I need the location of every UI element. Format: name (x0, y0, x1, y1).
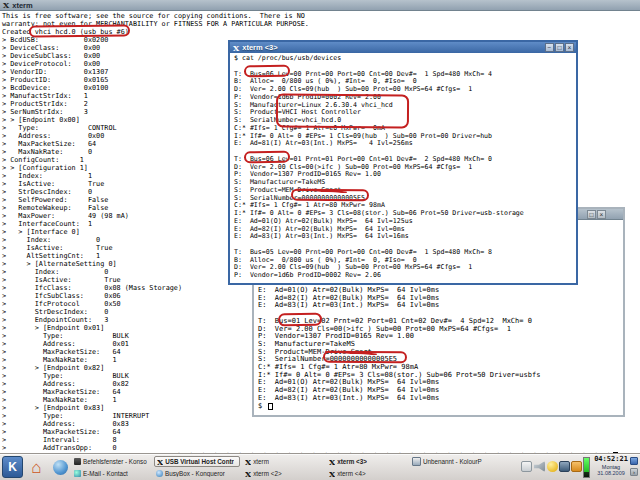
xterm-logo-icon: X (245, 458, 251, 465)
konqueror-icon (156, 470, 163, 477)
kontact-icon (74, 470, 81, 477)
task-button-konsole[interactable]: Befehlsfenster - Konso (72, 456, 152, 467)
xterm-3-output: $ cat /proc/bus/usb/devices T: Bus=06 Le… (234, 55, 524, 280)
home-icon: ⌂ (31, 459, 41, 476)
klipper-tray-icon[interactable] (521, 461, 532, 472)
xterm-main-title: xterm (12, 0, 32, 11)
task-button-usb-virtual-host[interactable]: X USB Virtual Host Contr (154, 456, 240, 467)
xterm-3-title-buttons: − □ × (545, 43, 574, 52)
maximize-icon[interactable]: □ (555, 43, 564, 52)
konsole-icon (74, 458, 81, 465)
maximize-icon[interactable]: □ (587, 210, 596, 219)
task-button-kontact[interactable]: E-Mail - Kontact (72, 468, 152, 479)
xterm-logo-icon: X (329, 470, 335, 477)
kolourpaint-icon (412, 457, 421, 466)
clock-applet[interactable]: 04:52:21 Montag 31.08.2009 (592, 456, 630, 477)
display-tray-icon[interactable] (559, 461, 570, 472)
home-launcher-button[interactable]: ⌂ (26, 456, 47, 478)
system-load-meter (583, 457, 590, 478)
xterm-3-window[interactable]: X xterm <3> − □ × $ cat /proc/bus/usb/de… (228, 40, 578, 285)
xterm-logo-icon: X (3, 0, 9, 10)
xterm-logo-icon: X (245, 470, 251, 477)
close-icon[interactable]: × (565, 43, 574, 52)
files-tray-icon[interactable] (571, 461, 582, 472)
xterm-logo-icon: X (157, 458, 163, 465)
clock-time: 04:52:21 (592, 456, 630, 463)
task-button-xterm-3[interactable]: X xterm <3> (327, 456, 407, 467)
xterm-2-output: E: Ad=01(O) Atr=02(Bulk) MxPS= 64 Ivl=0m… (258, 287, 540, 410)
app-launcher-button[interactable] (50, 456, 71, 478)
kmenu-icon: K (8, 460, 17, 474)
panel-hide-button[interactable]: › (630, 468, 638, 476)
xterm-logo-icon: X (233, 43, 239, 53)
xterm-main-titlebar[interactable]: X xterm (0, 0, 640, 11)
xterm-2-title-buttons: □ × (587, 210, 606, 219)
app-launcher-icon (53, 460, 68, 475)
xterm-3-title: xterm <3> (242, 42, 277, 53)
close-icon[interactable]: × (597, 210, 606, 219)
volume-tray-icon[interactable] (534, 461, 545, 472)
alarm-tray-icon[interactable] (547, 461, 558, 472)
taskbar: K ⌂ Befehlsfenster - Konso X USB Virtual… (0, 454, 640, 480)
task-button-xterm-4[interactable]: X xterm <4> (327, 468, 407, 479)
task-button-xterm[interactable]: X xterm (243, 456, 323, 467)
xterm-logo-icon: X (329, 458, 335, 465)
kmenu-button[interactable]: K (2, 456, 23, 478)
terminal-cursor-xterm2 (268, 403, 273, 410)
minimize-icon[interactable]: − (545, 43, 554, 52)
clock-date: 31.08.2009 (592, 471, 630, 477)
task-button-konqueror[interactable]: BusyBox - Konqueror (154, 468, 240, 479)
show-desktop-button[interactable] (630, 457, 638, 465)
task-button-kolourpaint[interactable]: Unbenannt - KolourP (410, 456, 518, 467)
xterm-3-titlebar[interactable]: X xterm <3> − □ × (230, 42, 576, 53)
task-button-xterm-2[interactable]: X xterm <2> (243, 468, 323, 479)
desktop-screen: X xterm This is free software; see the s… (0, 0, 640, 480)
